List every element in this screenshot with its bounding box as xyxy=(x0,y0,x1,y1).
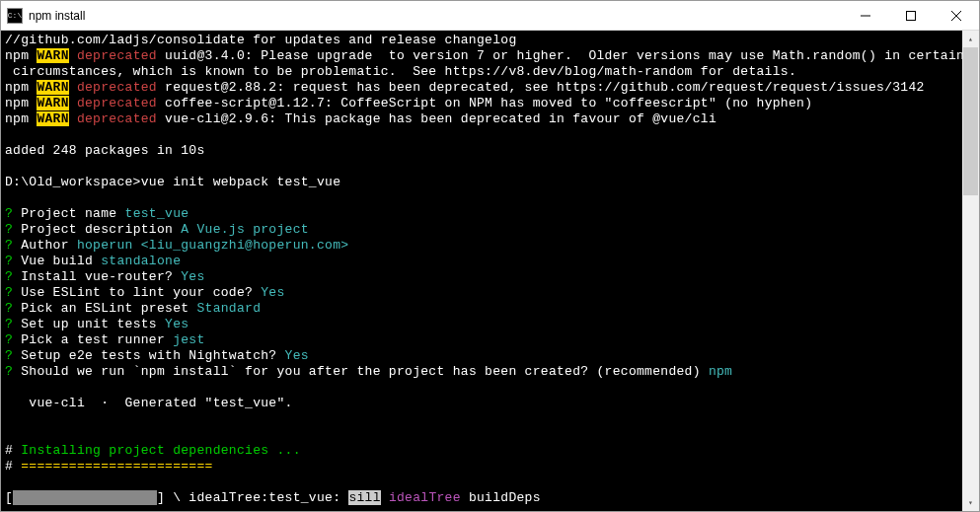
terminal-line: //github.com/ladjs/consolidate for updat… xyxy=(5,33,958,48)
terminal-line xyxy=(5,475,958,490)
terminal-line: npm WARN deprecated uuid@3.4.0: Please u… xyxy=(5,48,958,64)
terminal-line: ? Should we run `npm install` for you af… xyxy=(5,364,958,380)
terminal-line: ? Project description A Vue.js project xyxy=(5,222,958,238)
terminal-line xyxy=(5,190,958,206)
window-title: npm install xyxy=(29,9,843,23)
scroll-down-icon[interactable]: ▾ xyxy=(962,494,979,511)
scroll-up-icon[interactable]: ▴ xyxy=(962,31,979,47)
scrollbar[interactable]: ▴ ▾ xyxy=(962,31,979,511)
window-controls xyxy=(843,1,979,31)
terminal-line: ? Pick an ESLint preset Standard xyxy=(5,301,958,317)
terminal-line xyxy=(5,380,958,396)
maximize-button[interactable] xyxy=(888,1,934,31)
terminal-line: npm WARN deprecated request@2.88.2: requ… xyxy=(5,80,958,96)
terminal-line: # Installing project dependencies ... xyxy=(5,443,958,459)
terminal-line: ? Use ESLint to lint your code? Yes xyxy=(5,285,958,301)
terminal-line xyxy=(5,159,958,175)
terminal-line: ? Setup e2e tests with Nightwatch? Yes xyxy=(5,348,958,364)
terminal-body-wrap: //github.com/ladjs/consolidate for updat… xyxy=(1,31,979,511)
terminal-line xyxy=(5,127,958,143)
minimize-button[interactable] xyxy=(843,1,888,31)
svg-rect-1 xyxy=(907,11,916,20)
terminal-line: added 248 packages in 10s xyxy=(5,143,958,159)
terminal-line: ? Install vue-router? Yes xyxy=(5,269,958,285)
terminal-line: ? Project name test_vue xyxy=(5,206,958,222)
terminal-line: D:\Old_workspace>vue init webpack test_v… xyxy=(5,175,958,190)
terminal-output[interactable]: //github.com/ladjs/consolidate for updat… xyxy=(1,31,962,511)
terminal-line: npm WARN deprecated coffee-script@1.12.7… xyxy=(5,96,958,111)
terminal-line: vue-cli · Generated "test_vue". xyxy=(5,396,958,411)
close-button[interactable] xyxy=(934,1,979,31)
cmd-icon: C:\ xyxy=(7,8,23,24)
terminal-line: ? Pick a test runner jest xyxy=(5,332,958,348)
terminal-line xyxy=(5,427,958,443)
terminal-line: # ======================== xyxy=(5,459,958,475)
titlebar: C:\ npm install xyxy=(1,1,979,31)
terminal-line: [ ] \ idealTree:test_vue: sill idealTree… xyxy=(5,490,958,506)
terminal-window: C:\ npm install //github.com/ladjs/conso… xyxy=(0,0,980,512)
terminal-line xyxy=(5,411,958,427)
terminal-line: ? Set up unit tests Yes xyxy=(5,317,958,332)
scrollbar-thumb[interactable] xyxy=(963,47,978,195)
terminal-line: ? Vue build standalone xyxy=(5,254,958,269)
terminal-line: circumstances, which is known to be prob… xyxy=(5,64,958,80)
terminal-line: npm WARN deprecated vue-cli@2.9.6: This … xyxy=(5,111,958,127)
terminal-line: ? Author hoperun <liu_guangzhi@hoperun.c… xyxy=(5,238,958,254)
